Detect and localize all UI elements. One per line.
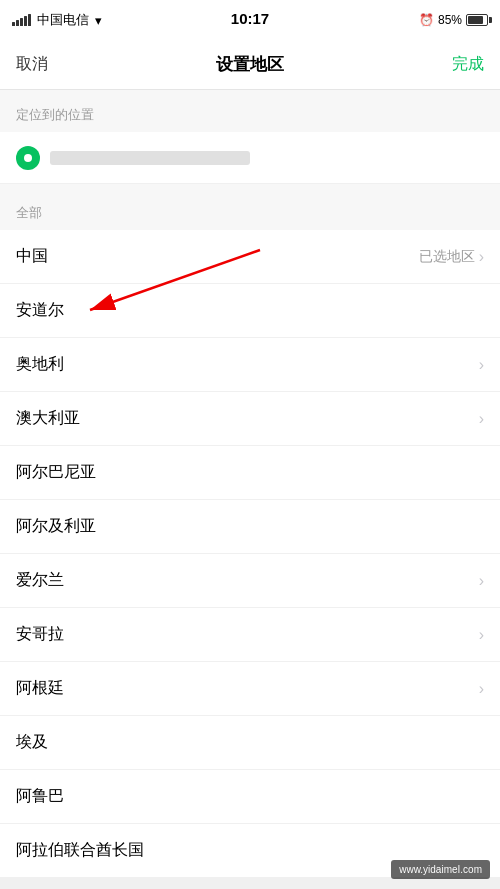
country-rows-container: 中国已选地区›安道尔奥地利›澳大利亚›阿尔巴尼亚阿尔及利亚爱尔兰›安哥拉›阿根廷… [0,230,500,878]
country-row[interactable]: 爱尔兰› [0,554,500,608]
country-name: 阿拉伯联合酋长国 [16,840,484,861]
watermark: www.yidaimeI.com [391,860,490,879]
country-row[interactable]: 阿根廷› [0,662,500,716]
country-name: 澳大利亚 [16,408,479,429]
country-row[interactable]: 中国已选地区› [0,230,500,284]
location-row [0,132,500,184]
country-name: 阿根廷 [16,678,479,699]
all-section-label: 全部 [0,204,500,230]
chevron-right-icon: › [479,410,484,428]
status-left: 中国电信 ▾ [12,11,102,29]
country-list: 中国已选地区›安道尔奥地利›澳大利亚›阿尔巴尼亚阿尔及利亚爱尔兰›安哥拉›阿根廷… [0,230,500,878]
country-row[interactable]: 埃及 [0,716,500,770]
country-name: 阿尔及利亚 [16,516,484,537]
selected-label: 已选地区 [419,248,475,266]
country-name: 安道尔 [16,300,484,321]
status-bar: 中国电信 ▾ 10:17 ⏰ 85% [0,0,500,40]
all-section: 全部 [0,184,500,230]
location-section-label: 定位到的位置 [0,106,500,132]
country-row[interactable]: 奥地利› [0,338,500,392]
location-pin-icon [16,146,40,170]
status-right: ⏰ 85% [419,13,488,27]
country-row[interactable]: 安道尔 [0,284,500,338]
country-name: 阿尔巴尼亚 [16,462,484,483]
location-section: 定位到的位置 [0,90,500,184]
country-row[interactable]: 阿尔巴尼亚 [0,446,500,500]
battery-icon [466,14,488,26]
country-name: 阿鲁巴 [16,786,484,807]
country-row[interactable]: 阿尔及利亚 [0,500,500,554]
country-name: 爱尔兰 [16,570,479,591]
country-row[interactable]: 澳大利亚› [0,392,500,446]
country-name: 安哥拉 [16,624,479,645]
cancel-button[interactable]: 取消 [16,54,48,75]
done-button[interactable]: 完成 [452,54,484,75]
alarm-icon: ⏰ [419,13,434,27]
country-name: 奥地利 [16,354,479,375]
nav-bar: 取消 设置地区 完成 [0,40,500,90]
location-text-placeholder [50,151,250,165]
chevron-right-icon: › [479,356,484,374]
chevron-right-icon: › [479,572,484,590]
page-title: 设置地区 [216,53,284,76]
status-time: 10:17 [231,10,269,27]
country-name: 埃及 [16,732,484,753]
wifi-icon: ▾ [95,13,102,28]
country-row[interactable]: 安哥拉› [0,608,500,662]
signal-bars-icon [12,14,31,26]
chevron-right-icon: › [479,626,484,644]
carrier-label: 中国电信 [37,11,89,29]
battery-percent: 85% [438,13,462,27]
chevron-right-icon: › [479,248,484,266]
country-name: 中国 [16,246,419,267]
chevron-right-icon: › [479,680,484,698]
country-row[interactable]: 阿鲁巴 [0,770,500,824]
